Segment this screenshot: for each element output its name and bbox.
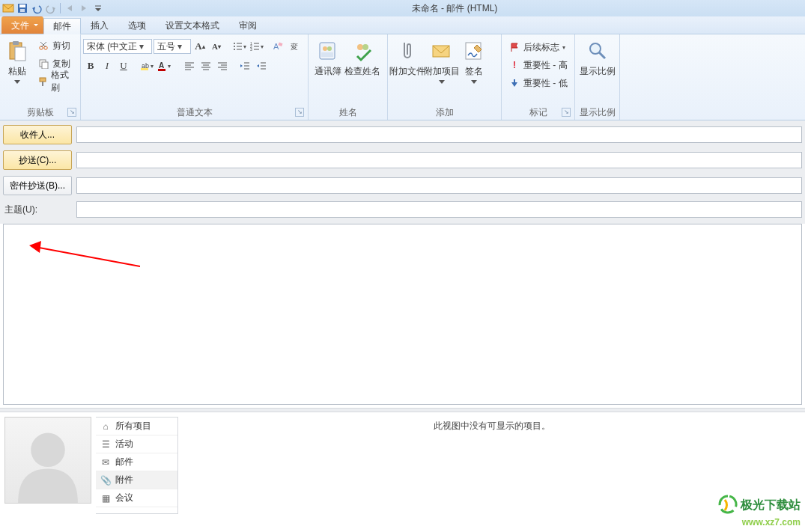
watermark-text: 极光下载站 xyxy=(741,498,801,511)
group-clipboard: 粘贴 剪切 复制 格式刷 xyxy=(0,34,81,120)
tab-review[interactable]: 审阅 xyxy=(229,17,267,34)
phonetic-guide-button[interactable]: 変 xyxy=(287,39,302,54)
next-item-icon[interactable] xyxy=(77,1,91,15)
tab-options[interactable]: 选项 xyxy=(118,17,156,34)
italic-button[interactable]: I xyxy=(100,58,115,73)
bcc-button[interactable]: 密件抄送(B)... xyxy=(3,176,72,195)
tab-options-label: 选项 xyxy=(128,19,146,32)
group-basic-text: 宋体 (中文正▾ 五号▾ A▴ A▾ ▾ 123▾ A 変 B I U ab▾ xyxy=(81,34,309,120)
tab-insert-label: 插入 xyxy=(91,19,109,32)
decrease-indent-button[interactable] xyxy=(237,58,252,73)
svg-rect-72 xyxy=(514,79,515,83)
check-names-button[interactable]: 检查姓名 xyxy=(345,36,380,78)
svg-point-22 xyxy=(234,43,235,44)
btab-activity[interactable]: ☰活动 xyxy=(96,435,177,453)
shrink-font-button[interactable]: A▾ xyxy=(209,39,224,54)
follow-up-label: 后续标志 xyxy=(523,41,559,54)
group-names: 通讯簿 检查姓名 姓名 xyxy=(309,34,388,120)
grow-font-button[interactable]: A▴ xyxy=(192,39,207,54)
check-names-label: 检查姓名 xyxy=(344,65,380,78)
cc-input[interactable] xyxy=(76,152,802,168)
group-include: 附加文件 附加项目 签名 添加 xyxy=(388,34,502,120)
annotation-arrow xyxy=(28,238,140,268)
watermark-logo-icon xyxy=(718,495,738,517)
tab-format[interactable]: 设置文本格式 xyxy=(156,17,229,34)
numbering-button[interactable]: 123▾ xyxy=(249,39,264,54)
follow-up-button[interactable]: 后续标志 ▾ xyxy=(505,39,571,55)
svg-text:ab: ab xyxy=(142,62,149,70)
people-pane: ⌂所有项目 ☰活动 ✉邮件 📎附件 ▦会议 此视图中没有可显示的项目。 xyxy=(0,412,805,532)
app-icon xyxy=(1,1,15,15)
address-book-button[interactable]: 通讯簿 xyxy=(311,36,345,78)
mail-icon: ✉ xyxy=(100,457,111,468)
people-pane-tabs: ⌂所有项目 ☰活动 ✉邮件 📎附件 ▦会议 xyxy=(96,417,178,514)
cc-button[interactable]: 抄送(C)... xyxy=(3,150,72,170)
group-include-label: 添加 xyxy=(390,106,499,120)
attach-item-button[interactable]: 附加项目 xyxy=(425,36,459,84)
group-clipboard-label: 剪贴板↘ xyxy=(2,106,78,120)
tab-file[interactable]: 文件 xyxy=(1,16,43,34)
flag-icon xyxy=(508,41,520,53)
tab-mail[interactable]: 邮件 xyxy=(43,18,81,34)
format-painter-button[interactable]: 格式刷 xyxy=(34,73,76,90)
chevron-down-icon xyxy=(439,80,445,84)
qat-customize-icon[interactable] xyxy=(91,1,105,15)
btab-all[interactable]: ⌂所有项目 xyxy=(96,418,177,435)
attach-file-label: 附加文件 xyxy=(389,65,425,78)
high-importance-button[interactable]: ! 重要性 - 高 xyxy=(505,57,571,73)
font-color-button[interactable]: A▾ xyxy=(156,58,171,73)
group-tags-label: 标记↘ xyxy=(504,106,572,120)
row-cc: 抄送(C)... xyxy=(3,150,802,170)
btab-meetings[interactable]: ▦会议 xyxy=(96,489,177,507)
prev-item-icon[interactable] xyxy=(63,1,76,15)
watermark-url: www.xz7.com xyxy=(718,517,801,528)
underline-button[interactable]: U xyxy=(116,58,131,73)
font-size-combo[interactable]: 五号▾ xyxy=(154,39,191,54)
contact-avatar xyxy=(4,417,91,504)
svg-text:A: A xyxy=(159,61,164,70)
bcc-input[interactable] xyxy=(76,177,802,194)
btab-mail[interactable]: ✉邮件 xyxy=(96,453,177,471)
paperclip-icon: 📎 xyxy=(100,475,111,486)
group-zoom: 显示比例 显示比例 xyxy=(575,34,620,120)
increase-indent-button[interactable] xyxy=(254,58,269,73)
cut-button[interactable]: 剪切 xyxy=(34,37,76,54)
message-body[interactable] xyxy=(3,224,802,405)
undo-icon[interactable] xyxy=(30,1,43,15)
paste-icon xyxy=(5,39,29,63)
redo-icon[interactable] xyxy=(44,1,58,15)
compose-window: 未命名 - 邮件 (HTML) 文件 邮件 插入 选项 设置文本格式 审阅 粘贴 xyxy=(0,0,805,532)
bullets-button[interactable]: ▾ xyxy=(231,39,247,54)
bold-button[interactable]: B xyxy=(83,58,98,73)
align-left-button[interactable] xyxy=(182,58,197,73)
to-input[interactable] xyxy=(76,126,802,143)
btab-attachments[interactable]: 📎附件 xyxy=(96,471,177,489)
align-center-button[interactable] xyxy=(198,58,213,73)
signature-button[interactable]: 签名 xyxy=(459,36,489,84)
to-button[interactable]: 收件人... xyxy=(3,125,72,144)
svg-rect-40 xyxy=(158,69,165,71)
align-right-button[interactable] xyxy=(215,58,230,73)
attach-item-icon xyxy=(430,39,454,63)
tab-insert[interactable]: 插入 xyxy=(81,17,118,34)
subject-input[interactable] xyxy=(76,201,802,218)
launcher-icon[interactable]: ↘ xyxy=(295,108,304,117)
signature-icon xyxy=(462,39,486,63)
save-icon[interactable] xyxy=(16,1,29,15)
low-importance-button[interactable]: 重要性 - 低 xyxy=(505,75,571,91)
zoom-button[interactable]: 显示比例 xyxy=(577,36,617,78)
launcher-icon[interactable]: ↘ xyxy=(67,108,76,117)
svg-point-73 xyxy=(590,43,601,54)
launcher-icon[interactable]: ↘ xyxy=(562,108,571,117)
svg-point-65 xyxy=(357,44,363,50)
clear-formatting-button[interactable]: A xyxy=(270,39,285,54)
paste-button[interactable]: 粘贴 xyxy=(2,36,33,84)
btab-attachments-label: 附件 xyxy=(115,474,133,486)
attach-file-button[interactable]: 附加文件 xyxy=(390,36,425,78)
font-name-combo[interactable]: 宋体 (中文正▾ xyxy=(83,39,152,54)
highlight-button[interactable]: ab▾ xyxy=(139,58,154,73)
svg-text:3: 3 xyxy=(250,47,252,52)
svg-marker-6 xyxy=(67,5,72,11)
group-names-label: 姓名 xyxy=(311,106,385,120)
svg-marker-13 xyxy=(14,80,20,84)
